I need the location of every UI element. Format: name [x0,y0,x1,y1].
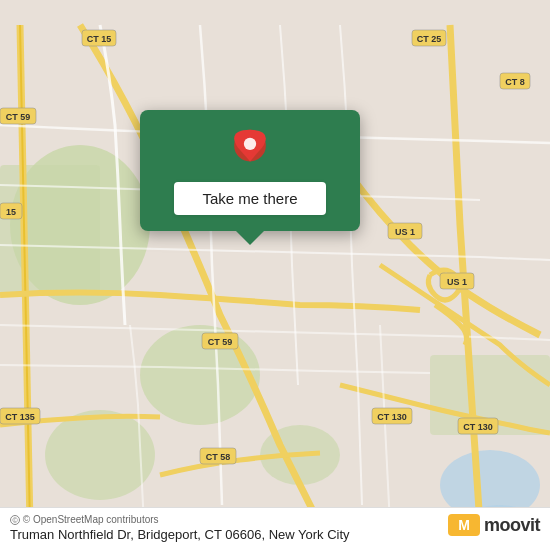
svg-text:CT 15: CT 15 [87,34,112,44]
location-pin-icon [228,128,272,172]
svg-text:CT 59: CT 59 [6,112,31,122]
map-container: CT 15 CT 25 CT 8 15 CT 59 US 1 US 1 CT 5… [0,0,550,550]
svg-text:15: 15 [6,207,16,217]
svg-point-33 [244,138,256,150]
svg-text:M: M [458,517,470,533]
map-bottom-bar: © © OpenStreetMap contributors Truman No… [0,507,550,550]
svg-text:US 1: US 1 [447,277,467,287]
map-callout: Take me there [140,110,360,231]
moovit-logo: M moovit [448,514,540,536]
svg-point-3 [140,325,260,425]
map-background: CT 15 CT 25 CT 8 15 CT 59 US 1 US 1 CT 5… [0,0,550,550]
take-me-there-button[interactable]: Take me there [174,182,325,215]
svg-text:CT 8: CT 8 [505,77,525,87]
moovit-text: moovit [484,515,540,536]
map-address: Truman Northfield Dr, Bridgeport, CT 066… [10,527,350,542]
svg-text:CT 25: CT 25 [417,34,442,44]
svg-text:CT 135: CT 135 [5,412,35,422]
svg-text:CT 59: CT 59 [208,337,233,347]
svg-text:CT 58: CT 58 [206,452,231,462]
moovit-icon: M [448,514,480,536]
svg-text:US 1: US 1 [395,227,415,237]
copyright-icon: © [10,515,20,525]
svg-text:CT 130: CT 130 [377,412,407,422]
svg-text:CT 130: CT 130 [463,422,493,432]
